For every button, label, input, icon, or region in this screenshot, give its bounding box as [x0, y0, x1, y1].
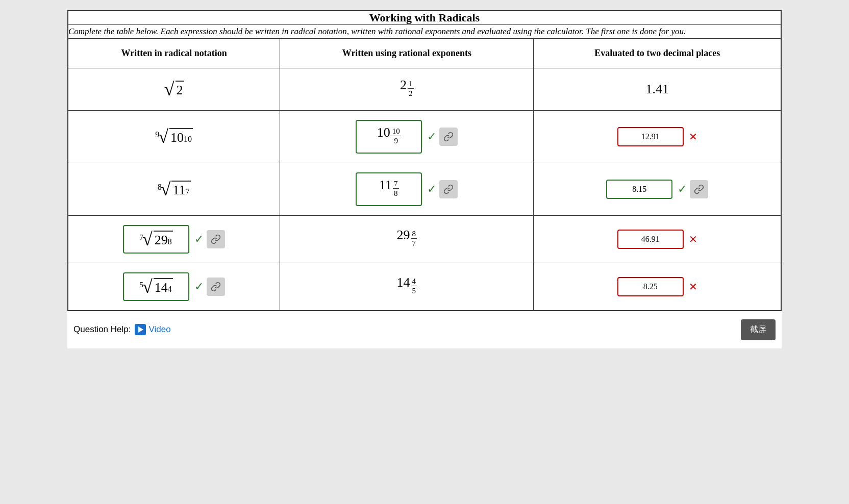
- row3-rational-box[interactable]: 11 7 8: [356, 172, 422, 206]
- row2-evaluated-box[interactable]: 12.91: [617, 127, 684, 146]
- link-icon: [211, 282, 221, 292]
- table-row: 8 √ 11 7 11: [68, 163, 781, 215]
- row4-radical[interactable]: 7 √ 29 8 ✓: [68, 215, 280, 263]
- table-row: 7 √ 29 8 ✓: [68, 215, 781, 263]
- row1-evaluated: 1.41: [534, 68, 781, 110]
- row2-evaluated-cross: ✕: [689, 131, 697, 143]
- link-icon: [443, 184, 454, 194]
- row5-radical[interactable]: 5 √ 14 4 ✓: [68, 263, 280, 311]
- video-label: Video: [148, 324, 170, 335]
- table-title: Working with Radicals: [68, 11, 781, 25]
- row5-evaluated-box[interactable]: 8.25: [617, 277, 684, 296]
- row2-rational-box[interactable]: 10 10 9: [356, 120, 422, 154]
- row3-radical: 8 √ 11 7: [68, 163, 280, 215]
- row3-evaluated[interactable]: 8.15 ✓: [534, 163, 781, 215]
- row4-radical-link[interactable]: [207, 230, 225, 248]
- instructions: Complete the table below. Each expressio…: [68, 25, 781, 39]
- bottom-bar: Question Help: Video 截屏: [67, 311, 782, 348]
- row3-radical-expr: 8 √ 11 7: [158, 180, 191, 198]
- row4-evaluated[interactable]: 46.91 ✕: [534, 215, 781, 263]
- main-table: Working with Radicals Complete the table…: [67, 10, 782, 311]
- row5-radical-expr: 5 √ 14 4: [139, 278, 172, 296]
- row4-rational: 29 8 7: [280, 215, 534, 263]
- row5-evaluated[interactable]: 8.25 ✕: [534, 263, 781, 311]
- row2-evaluated-value: 12.91: [641, 132, 660, 141]
- row2-radical: 9 √ 10 10: [68, 110, 280, 163]
- row2-evaluated[interactable]: 12.91 ✕: [534, 110, 781, 163]
- row3-rational-check: ✓: [427, 183, 436, 196]
- link-icon: [694, 184, 704, 194]
- table-row: 9 √ 10 10 10: [68, 110, 781, 163]
- row1-radical-expr: √ 2: [164, 80, 184, 98]
- row3-rational[interactable]: 11 7 8 ✓: [280, 163, 534, 215]
- row4-radical-box[interactable]: 7 √ 29 8: [123, 225, 189, 254]
- question-help-label: Question Help:: [73, 324, 131, 335]
- video-link[interactable]: Video: [135, 324, 170, 335]
- row1-radical: √ 2: [68, 68, 280, 110]
- row4-radical-expr: 7 √ 29 8: [139, 230, 172, 248]
- row4-radical-check: ✓: [194, 233, 204, 246]
- row2-radical-expr: 9 √ 10 10: [155, 128, 193, 146]
- row4-evaluated-box[interactable]: 46.91: [617, 230, 684, 249]
- row3-evaluated-check: ✓: [678, 183, 687, 196]
- row5-rational: 14 4 5: [280, 263, 534, 311]
- row5-evaluated-cross: ✕: [689, 281, 697, 293]
- row5-radical-box[interactable]: 5 √ 14 4: [123, 272, 189, 301]
- row5-radical-check: ✓: [194, 280, 204, 293]
- row4-evaluated-value: 46.91: [641, 235, 660, 244]
- link-icon: [211, 234, 221, 244]
- video-icon: [135, 324, 146, 335]
- screenshot-button[interactable]: 截屏: [741, 319, 776, 340]
- row2-rational-link[interactable]: [439, 128, 458, 146]
- col1-header: Written in radical notation: [68, 38, 280, 68]
- row2-rational[interactable]: 10 10 9 ✓: [280, 110, 534, 163]
- row3-evaluated-value: 8.15: [632, 185, 646, 194]
- table-row: √ 2 2 1 2: [68, 68, 781, 110]
- table-row: 5 √ 14 4 ✓: [68, 263, 781, 311]
- link-icon: [443, 132, 454, 142]
- row3-evaluated-box[interactable]: 8.15: [606, 180, 672, 199]
- row2-rational-check: ✓: [427, 130, 436, 143]
- question-help: Question Help: Video: [73, 324, 171, 335]
- page-wrapper: Working with Radicals Complete the table…: [67, 10, 782, 348]
- row4-evaluated-cross: ✕: [689, 233, 697, 245]
- row5-radical-link[interactable]: [207, 278, 225, 296]
- row3-rational-link[interactable]: [439, 180, 458, 198]
- col2-header: Written using rational exponents: [280, 38, 534, 68]
- row3-evaluated-link[interactable]: [690, 180, 708, 198]
- row5-evaluated-value: 8.25: [643, 282, 658, 291]
- row1-rational: 2 1 2: [280, 68, 534, 110]
- col3-header: Evaluated to two decimal places: [534, 38, 781, 68]
